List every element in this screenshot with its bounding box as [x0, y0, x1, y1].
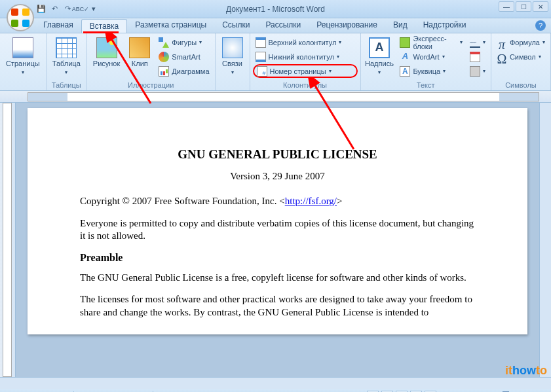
undo-button[interactable]: ↶: [48, 3, 60, 15]
doc-paragraph: Everyone is permitted to copy and distri…: [80, 217, 475, 243]
clip-label: Клип: [132, 60, 148, 67]
tab-view[interactable]: Вид: [385, 18, 415, 33]
document-area: GNU GENERAL PUBLIC LICENSE Version 3, 29…: [0, 103, 551, 377]
doc-heading: GNU GENERAL PUBLIC LICENSE: [80, 147, 475, 162]
shapes-label: Фигуры: [172, 39, 197, 46]
smartart-button[interactable]: SmartArt: [156, 50, 212, 63]
ribbon-tabs: Главная Вставка Разметка страницы Ссылки…: [0, 18, 551, 33]
vertical-ruler[interactable]: [0, 103, 16, 377]
tab-addins[interactable]: Надстройки: [415, 18, 474, 33]
wordart-button[interactable]: AWordArt▾: [397, 50, 465, 63]
quick-access-toolbar: 💾 ↶ ↷ ABC✓ ▾: [35, 3, 100, 15]
picture-icon: [96, 37, 117, 58]
clip-button[interactable]: Клип: [125, 35, 154, 80]
date-button[interactable]: [467, 50, 488, 63]
doc-paragraph: The licenses for most software and other…: [80, 293, 475, 319]
wordart-label: WordArt: [413, 53, 439, 61]
shapes-button[interactable]: Фигуры▾: [156, 35, 212, 49]
links-button[interactable]: Связи▾: [218, 35, 247, 80]
chart-button[interactable]: Диаграмма: [156, 64, 212, 78]
shapes-icon: [159, 37, 169, 48]
symbol-icon: Ω: [497, 52, 507, 62]
equation-icon: π: [497, 37, 507, 48]
date-icon: [470, 52, 480, 62]
header-button[interactable]: Верхний колонтитул▾: [253, 35, 358, 49]
page-number-label: Номер страницы: [270, 67, 326, 75]
tab-page-layout[interactable]: Разметка страницы: [127, 18, 214, 33]
document-scroll[interactable]: GNU GENERAL PUBLIC LICENSE Version 3, 29…: [16, 103, 539, 377]
close-button[interactable]: ✕: [533, 1, 548, 12]
tab-mailings[interactable]: Рассылки: [257, 18, 309, 33]
equation-label: Формула: [510, 39, 540, 46]
symbol-button[interactable]: ΩСимвол▾: [494, 50, 548, 63]
save-button[interactable]: 💾: [35, 3, 47, 15]
doc-link[interactable]: http://fsf.org/: [285, 196, 337, 206]
document-page[interactable]: GNU GENERAL PUBLIC LICENSE Version 3, 29…: [28, 108, 527, 334]
tab-references[interactable]: Ссылки: [214, 18, 257, 33]
header-icon: [256, 37, 266, 48]
chart-label: Диаграмма: [172, 67, 209, 75]
horizontal-scrollbar[interactable]: [0, 377, 551, 389]
table-button[interactable]: Таблица▾: [49, 35, 84, 80]
tab-home[interactable]: Главная: [35, 18, 81, 33]
doc-paragraph: The GNU General Public License is a free…: [80, 272, 475, 285]
picture-label: Рисунок: [93, 60, 121, 67]
footer-label: Нижний колонтитул: [269, 53, 334, 61]
symbols-group-label: Символы: [494, 80, 548, 90]
ribbon: Страницы▾ . Таблица▾ Таблицы Рисунок Кли…: [0, 33, 551, 91]
tables-group-label: Таблицы: [49, 80, 84, 90]
title-bar: 💾 ↶ ↷ ABC✓ ▾ Документ1 - Microsoft Word …: [0, 0, 551, 18]
page-number-button[interactable]: Номер страницы▾: [253, 64, 358, 78]
table-icon: [56, 37, 77, 58]
textbox-icon: A: [369, 37, 390, 58]
signature-icon: [470, 37, 480, 48]
textbox-button[interactable]: A Надпись▾: [364, 35, 396, 80]
quick-parts-button[interactable]: Экспресс-блоки▾: [397, 35, 465, 49]
doc-version: Version 3, 29 June 2007: [80, 171, 475, 182]
signature-button[interactable]: ▾: [467, 35, 488, 49]
spellcheck-button[interactable]: ABC✓: [75, 3, 86, 15]
dropcap-button[interactable]: AБуквица▾: [397, 64, 465, 78]
illustrations-group-label: Иллюстрации: [90, 80, 212, 90]
textbox-label: Надпись: [365, 60, 394, 67]
wordart-icon: A: [400, 52, 410, 62]
horizontal-ruler[interactable]: [0, 91, 551, 103]
tab-insert[interactable]: Вставка: [81, 19, 128, 33]
symbol-label: Символ: [510, 53, 536, 61]
footer-icon: [256, 52, 266, 62]
maximize-button[interactable]: ☐: [516, 1, 531, 12]
tab-review[interactable]: Рецензирование: [309, 18, 385, 33]
dropcap-icon: A: [400, 66, 410, 77]
smartart-label: SmartArt: [172, 53, 200, 61]
office-logo-icon: [11, 9, 29, 27]
header-footer-group-label: Колонтитулы: [253, 80, 358, 90]
equation-button[interactable]: πФормула▾: [494, 35, 548, 49]
tab-highlight-annotation: [83, 31, 119, 33]
header-label: Верхний колонтитул: [269, 39, 337, 46]
doc-subheading: Preamble: [80, 252, 475, 264]
minimize-button[interactable]: —: [499, 1, 514, 12]
links-label: Связи: [222, 60, 242, 67]
object-button[interactable]: ▾: [467, 64, 488, 78]
footer-button[interactable]: Нижний колонтитул▾: [253, 50, 358, 63]
doc-copyright: Copyright © 2007 Free Software Foundatio…: [80, 195, 475, 208]
text-group-label: Текст: [364, 80, 488, 90]
pages-label: Страницы: [6, 60, 40, 67]
links-icon: [222, 37, 243, 58]
smartart-icon: [159, 52, 169, 62]
dropcap-label: Буквица: [413, 67, 440, 75]
chart-icon: [159, 66, 169, 77]
picture-button[interactable]: Рисунок: [90, 35, 124, 80]
object-icon: [470, 66, 480, 77]
clip-icon: [129, 37, 150, 58]
pages-icon: [12, 37, 33, 58]
quick-parts-label: Экспресс-блоки: [413, 35, 457, 50]
quick-parts-icon: [400, 37, 410, 48]
vertical-scrollbar[interactable]: [539, 103, 551, 377]
help-button[interactable]: ?: [535, 20, 546, 31]
qat-customize-button[interactable]: ▾: [88, 3, 100, 15]
office-button[interactable]: [7, 4, 34, 31]
pages-button[interactable]: Страницы▾: [3, 35, 43, 80]
status-bar: Страница: 1 из 11 Число слов: 5 660 📖 ан…: [0, 389, 551, 392]
page-number-icon: [257, 66, 267, 77]
